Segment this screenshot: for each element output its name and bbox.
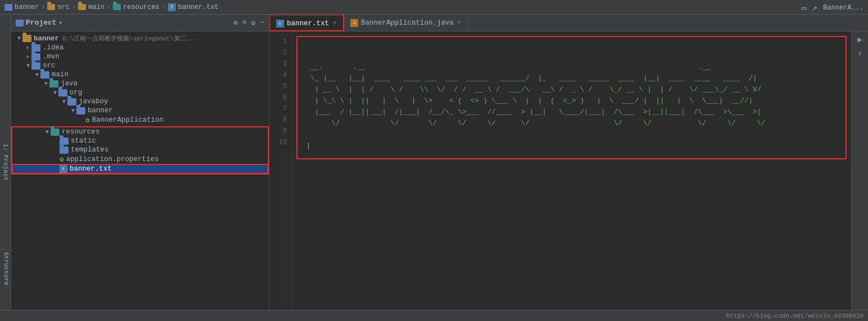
status-bar: https://blog.csdn.net/weixin_43398820	[0, 310, 868, 321]
spring-icon-banner-app: ✿	[85, 116, 90, 125]
panel-gear-icon[interactable]: ⚙	[251, 19, 255, 27]
window-icon[interactable]: ▭	[802, 3, 806, 13]
tab-close-banner-txt[interactable]: ×	[333, 20, 336, 26]
line-numbers: 1 2 3 4 5 6 7 8 9 10	[269, 31, 292, 310]
folder-icon-static	[60, 137, 68, 145]
editor-area: t banner.txt × J BannerApplication.java …	[269, 15, 868, 310]
folder-icon-banner-root	[22, 35, 31, 42]
code-content-box: __. .__ .__ \_ |__ |__| ____ ____ ___ __…	[296, 36, 847, 159]
tree-item-src[interactable]: ▼ src	[11, 61, 269, 70]
project-panel-header: Project ▾ ⊕ ≡ ⚙ −	[11, 15, 269, 31]
tree-item-app-props[interactable]: ✿ application.properties	[12, 154, 268, 164]
tree-item-banner-app[interactable]: ✿ BannerApplication	[11, 115, 269, 125]
tree-item-banner-txt[interactable]: t banner.txt	[12, 164, 268, 173]
rt-icon-1[interactable]: ▶	[857, 35, 862, 44]
arrow-up-icon[interactable]: ↗	[812, 2, 817, 13]
code-line-2	[302, 51, 841, 62]
code-line-10	[302, 140, 841, 152]
folder-icon-java	[49, 80, 58, 88]
tree-arrow-src: ▼	[25, 63, 31, 69]
tab-banner-app[interactable]: J BannerApplication.java ×	[344, 15, 468, 31]
panel-minus-icon[interactable]: −	[260, 19, 264, 27]
panel-align-icon[interactable]: ≡	[243, 19, 247, 27]
tree-item-javaboy[interactable]: ▼ javaboy	[11, 97, 269, 106]
right-toolbar: ▶ ⚡	[851, 31, 868, 310]
folder-icon-templates	[60, 146, 68, 154]
tree-item-static[interactable]: static	[12, 136, 268, 145]
tree-item-org[interactable]: ▼ org	[11, 88, 269, 97]
code-line-4: \_ |__ |__| ____ ____ ___ ___ _____ ____…	[302, 73, 841, 84]
breadcrumb-project-icon	[4, 4, 12, 11]
structure-panel-tab[interactable]: Structure	[0, 249, 11, 287]
tree-arrow-idea: ►	[25, 45, 31, 51]
code-line-1	[302, 39, 841, 51]
rt-icon-2[interactable]: ⚡	[857, 49, 862, 58]
tab-close-banner-app[interactable]: ×	[458, 20, 461, 26]
folder-icon-mvn	[31, 53, 40, 61]
code-editor[interactable]: __. .__ .__ \_ |__ |__| ____ ____ ___ __…	[292, 31, 851, 310]
tree-item-java[interactable]: ▼ java	[11, 79, 269, 88]
top-right-controls: ▭ ↗ BannerA...	[802, 2, 864, 13]
tree-arrow-banner-folder: ▼	[70, 108, 76, 114]
project-panel-dropdown[interactable]: ▾	[59, 19, 63, 26]
tree-arrow-banner-root: ▼	[16, 35, 22, 42]
file-icon-banner-txt: t	[60, 165, 67, 173]
folder-icon-org	[58, 89, 67, 97]
folder-icon-idea	[31, 44, 40, 52]
project-panel-icon	[16, 20, 24, 26]
breadcrumb-folder-icon-resources	[113, 4, 121, 10]
folder-icon-javaboy	[67, 98, 76, 106]
main-layout: 1: Project Project ▾ ⊕ ≡ ⚙ − ▼	[0, 15, 868, 310]
folder-icon-main	[40, 71, 49, 79]
breadcrumb-src[interactable]: src	[57, 3, 70, 11]
tab-file-icon: t	[276, 20, 284, 27]
tree-arrow-org: ▼	[52, 90, 58, 96]
status-url: https://blog.csdn.net/weixin_43398820	[727, 313, 864, 319]
folder-icon-banner	[76, 107, 85, 114]
panel-earth-icon[interactable]: ⊕	[234, 19, 238, 27]
tree-item-banner-root[interactable]: ▼ banner D:\江南一点雨教学视频\springboot\第二...	[11, 34, 269, 43]
code-line-9	[302, 129, 841, 140]
tree-item-resources[interactable]: ▼ resources	[12, 127, 268, 136]
tree-arrow-javaboy: ▼	[61, 99, 67, 105]
tab-java-icon: J	[350, 19, 358, 27]
panel-header-icons: ⊕ ≡ ⚙ −	[234, 19, 264, 27]
editor-content: 1 2 3 4 5 6 7 8 9 10 __. .__	[269, 31, 868, 310]
tree-arrow-java: ▼	[43, 81, 49, 87]
resources-section: ▼ resources static templates	[11, 126, 269, 175]
tree-item-banner-folder[interactable]: ▼ banner	[11, 106, 269, 115]
breadcrumb-main[interactable]: main	[88, 3, 104, 11]
app-label: BannerA...	[823, 4, 864, 12]
tree-arrow-main: ▼	[34, 72, 40, 78]
breadcrumb-bar: banner › src › main › resources › t bann…	[0, 0, 868, 15]
breadcrumb-file-icon: t	[168, 3, 176, 11]
code-line-6: | \_\ \ | || | \ | \> < ( <> ) \___ \ | …	[302, 95, 841, 107]
project-panel-title: Project ▾	[16, 19, 62, 27]
breadcrumb-folder-icon-main	[78, 4, 86, 10]
breadcrumb-resources[interactable]: resources	[123, 3, 159, 11]
project-sidebar: Project ▾ ⊕ ≡ ⚙ − ▼ banner D:\江南一点雨教学视频\…	[11, 15, 269, 310]
tree-item-templates[interactable]: templates	[12, 145, 268, 154]
project-tree: ▼ banner D:\江南一点雨教学视频\springboot\第二... ►…	[11, 31, 269, 310]
code-line-8: \/ \/ \/ \/ \/ \/ \/ \/ \/ \/ \/	[302, 118, 841, 129]
tree-item-mvn[interactable]: ► .mvn	[11, 52, 269, 61]
breadcrumb-project[interactable]: banner	[15, 3, 39, 11]
breadcrumb-folder-icon-src	[47, 4, 55, 10]
code-line-5: | __ \ | | / \ / \\ \/ / / __ \ / ___/\ …	[302, 84, 841, 95]
spring-icon-props: ✿	[60, 155, 64, 164]
folder-icon-resources	[51, 129, 60, 136]
folder-icon-src	[31, 62, 40, 70]
code-line-7: |___ / |__||___| /|___| /__/\_ \>___ //_…	[302, 107, 841, 118]
tree-arrow-mvn: ►	[25, 54, 31, 60]
breadcrumb-file[interactable]: banner.txt	[178, 3, 218, 11]
tree-arrow-resources: ▼	[44, 129, 51, 135]
tree-item-idea[interactable]: ► .idea	[11, 43, 269, 52]
tabs-bar: t banner.txt × J BannerApplication.java …	[269, 15, 868, 31]
code-line-3: __. .__ .__	[302, 62, 841, 73]
tab-banner-txt[interactable]: t banner.txt ×	[269, 15, 344, 31]
